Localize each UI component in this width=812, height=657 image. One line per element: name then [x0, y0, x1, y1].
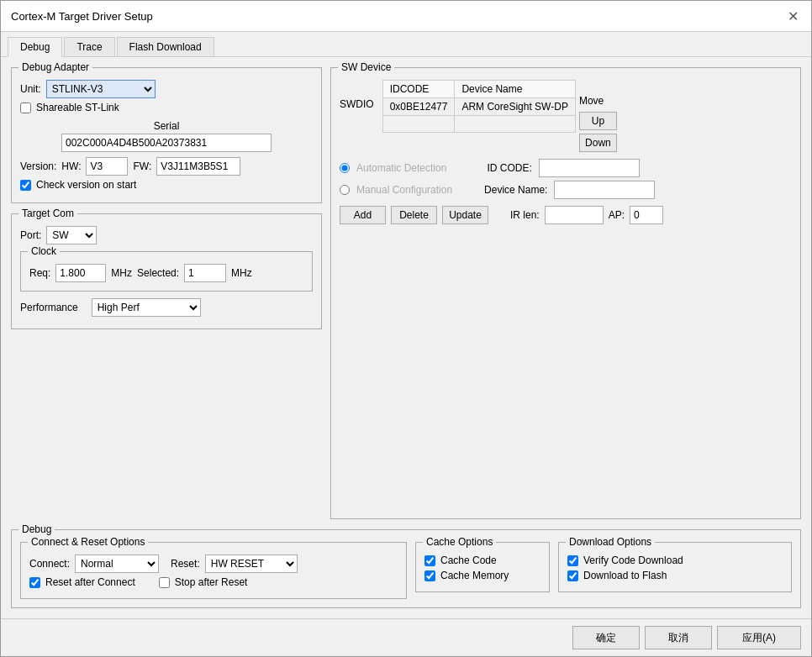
up-button[interactable]: Up [579, 112, 617, 130]
check-version-row: Check version on start [20, 179, 313, 191]
serial-box: Serial 002C000A4D4B500A20373831 [20, 120, 313, 152]
connect-select[interactable]: Normal Under Reset Connect & Reset [75, 555, 159, 573]
ap-label: AP: [609, 209, 625, 221]
connect-reset-label: Connect & Reset Options [28, 536, 148, 548]
swdio-label: SWDIO [340, 80, 374, 110]
port-select[interactable]: SW JTAG [46, 226, 97, 244]
mhz2-label: MHz [231, 267, 252, 279]
delete-button[interactable]: Delete [391, 206, 437, 224]
id-code-input[interactable] [539, 159, 640, 177]
target-com-label: Target Com [18, 208, 77, 219]
debug-section-label: Debug [18, 523, 55, 535]
tab-debug[interactable]: Debug [8, 37, 62, 57]
table-row[interactable]: 0x0BE12477 ARM CoreSight SW-DP [382, 98, 575, 116]
connect-label: Connect: [29, 558, 70, 570]
table-row-empty [382, 116, 575, 133]
auto-detect-radio[interactable] [340, 163, 350, 173]
swdio-area: SWDIO IDCODE Device Name [340, 80, 576, 152]
cache-memory-label: Cache Memory [440, 570, 509, 581]
detection-area: Automatic Detection ID CODE: Manual Conf… [340, 159, 792, 199]
col-idcode: IDCODE [382, 81, 455, 98]
manual-config-radio[interactable] [340, 185, 350, 195]
ir-len-label: IR len: [510, 209, 540, 221]
hw-input[interactable]: V3 [86, 157, 128, 176]
tab-flash-download[interactable]: Flash Download [117, 37, 214, 56]
shareable-checkbox[interactable] [20, 102, 31, 113]
mhz1-label: MHz [111, 267, 132, 279]
check-version-label: Check version on start [36, 179, 136, 191]
req-input[interactable]: 1.800 [55, 264, 106, 282]
reset-after-row: Reset after Connect Stop after Reset [29, 576, 398, 588]
verify-code-checkbox[interactable] [567, 555, 578, 566]
tab-trace[interactable]: Trace [64, 37, 114, 56]
cache-options-label: Cache Options [423, 536, 496, 548]
unit-label: Unit: [20, 83, 41, 95]
down-button[interactable]: Down [579, 134, 617, 152]
reset-after-label: Reset after Connect [45, 576, 135, 588]
hw-label: HW: [61, 160, 81, 172]
serial-label: Serial [20, 120, 313, 132]
perf-row: Performance High Perf Normal Low Power [20, 298, 313, 317]
sw-device-group: SW Device SWDIO IDCODE Device Name [330, 67, 801, 519]
reset-after-checkbox[interactable] [29, 577, 40, 588]
sw-device-label: SW Device [338, 61, 394, 73]
manual-config-row: Manual Configuration Device Name: [340, 181, 792, 199]
col-device-name: Device Name [455, 81, 575, 98]
download-options-group: Download Options Verify Code Download Do… [558, 542, 792, 592]
verify-code-row: Verify Code Download [567, 555, 783, 566]
download-flash-label: Download to Flash [583, 570, 667, 581]
fw-input[interactable]: V3J11M3B5S1 [156, 157, 240, 176]
clock-group: Clock Req: 1.800 MHz Selected: 1 MHz [20, 251, 313, 292]
unit-select[interactable]: STLINK-V3 [46, 80, 156, 98]
top-row: Debug Adapter Unit: STLINK-V3 Shareable … [11, 67, 801, 519]
reset-label: Reset: [171, 558, 200, 570]
cell-idcode: 0x0BE12477 [382, 98, 455, 116]
check-version-checkbox[interactable] [20, 180, 31, 191]
download-flash-row: Download to Flash [567, 570, 783, 581]
ir-len-input[interactable] [545, 206, 604, 224]
apply-button[interactable]: 应用(A) [717, 626, 801, 649]
add-button[interactable]: Add [340, 206, 386, 224]
version-row: Version: HW: V3 FW: V3J11M3B5S1 [20, 157, 313, 176]
cancel-button[interactable]: 取消 [645, 626, 712, 649]
reset-select[interactable]: HW RESET SW RESET VECTRESET [205, 555, 298, 573]
version-label: Version: [20, 160, 56, 172]
cache-code-row: Cache Code [424, 555, 540, 566]
cache-options-group: Cache Options Cache Code Cache Memory [415, 542, 550, 592]
window-title: Cortex-M Target Driver Setup [11, 10, 153, 23]
cache-code-checkbox[interactable] [424, 555, 435, 566]
move-buttons: Move Up Down [579, 80, 617, 152]
stop-after-checkbox[interactable] [159, 577, 170, 588]
main-window: Cortex-M Target Driver Setup ✕ Debug Tra… [0, 0, 812, 657]
shareable-label: Shareable ST-Link [36, 102, 119, 113]
verify-code-label: Verify Code Download [583, 555, 683, 566]
manual-config-label: Manual Configuration [356, 184, 452, 196]
selected-input[interactable]: 1 [184, 264, 226, 282]
debug-adapter-label: Debug Adapter [18, 61, 92, 73]
download-flash-checkbox[interactable] [567, 570, 578, 581]
debug-adapter-group: Debug Adapter Unit: STLINK-V3 Shareable … [11, 67, 322, 203]
ok-button[interactable]: 确定 [572, 626, 640, 649]
update-button[interactable]: Update [442, 206, 488, 224]
ap-input[interactable]: 0 [630, 206, 663, 224]
selected-label: Selected: [137, 267, 179, 279]
serial-input[interactable]: 002C000A4D4B500A20373831 [61, 134, 272, 152]
clock-label: Clock [28, 245, 60, 257]
perf-select[interactable]: High Perf Normal Low Power [92, 298, 201, 317]
action-row: Add Delete Update IR len: AP: 0 [340, 206, 792, 224]
main-content: Debug Adapter Unit: STLINK-V3 Shareable … [1, 57, 811, 618]
target-com-group: Target Com Port: SW JTAG Clock Req: [11, 213, 322, 329]
device-name-input[interactable] [554, 181, 655, 199]
id-code-label: ID CODE: [487, 162, 531, 174]
debug-inner: Connect & Reset Options Connect: Normal … [20, 542, 792, 599]
cell-device-name: ARM CoreSight SW-DP [455, 98, 575, 116]
shareable-row: Shareable ST-Link [20, 102, 313, 113]
connect-reset-group: Connect & Reset Options Connect: Normal … [20, 542, 407, 599]
close-button[interactable]: ✕ [784, 8, 801, 24]
cache-memory-checkbox[interactable] [424, 570, 435, 581]
download-options-label: Download Options [566, 536, 655, 548]
perf-label: Performance [20, 302, 78, 313]
auto-detect-row: Automatic Detection ID CODE: [340, 159, 792, 177]
footer: 确定 取消 应用(A) [1, 618, 811, 656]
sw-device-inner: SWDIO IDCODE Device Name [340, 80, 792, 152]
